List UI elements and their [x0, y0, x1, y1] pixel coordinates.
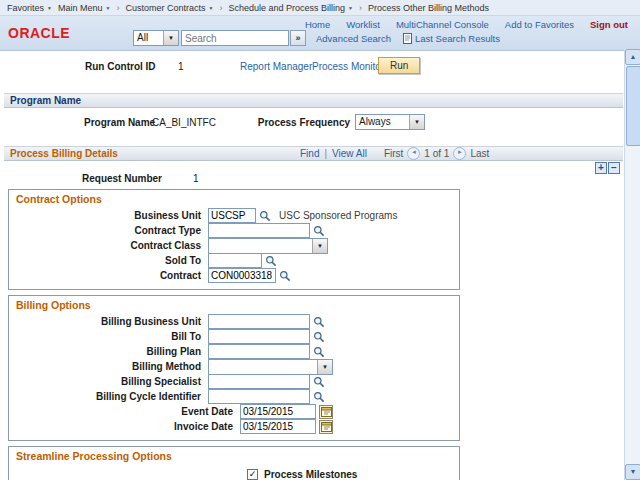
next-page-icon[interactable]: ► [453, 147, 466, 160]
lookup-icon[interactable] [259, 210, 271, 222]
lookup-icon[interactable] [313, 331, 325, 343]
view-all-link[interactable]: View All [332, 148, 367, 159]
form-row: Billing Cycle Identifier [9, 389, 459, 404]
find-link[interactable]: Find [300, 148, 319, 159]
contract-input[interactable] [208, 268, 276, 283]
search-input[interactable] [181, 30, 289, 46]
program-name-section-header: Program Name [4, 93, 623, 108]
business-unit-description: USC Sponsored Programs [279, 210, 397, 221]
breadcrumb-separator-icon: › [219, 3, 222, 13]
breadcrumb-label: Schedule and Process Billing [228, 3, 345, 13]
field-label: Business Unit [9, 210, 208, 221]
lookup-icon[interactable] [279, 270, 291, 282]
field-label: Billing Specialist [9, 376, 208, 387]
chevron-down-icon[interactable]: ▼ [312, 239, 327, 253]
sold-to-input[interactable] [208, 253, 262, 268]
first-label[interactable]: First [384, 148, 403, 159]
breadcrumb-main-menu[interactable]: Main Menu ▼ [58, 3, 110, 13]
nav-worklist-link[interactable]: Worklist [346, 19, 380, 30]
billing-plan-input[interactable] [208, 344, 310, 359]
pagination: First ◄ 1 of 1 ► Last [384, 147, 489, 160]
chevron-down-icon[interactable]: ▼ [409, 115, 424, 129]
breadcrumb-current-page: Process Other Billing Methods [368, 3, 489, 13]
separator: | [324, 148, 327, 159]
lookup-icon[interactable] [313, 316, 325, 328]
billing-method-select[interactable]: ▼ [208, 359, 333, 375]
billing-options-box: Billing Options Billing Business Unit Bi… [8, 295, 460, 441]
process-milestones-checkbox[interactable]: ✓ [247, 469, 258, 480]
form-row: Sold To [9, 253, 459, 268]
business-unit-input[interactable] [208, 208, 256, 223]
report-manager-link[interactable]: Report Manager [240, 61, 312, 72]
form-row: Business Unit USC Sponsored Programs [9, 208, 459, 223]
program-name-label: Program Name [84, 117, 155, 128]
form-row: Contract [9, 268, 459, 283]
program-name-value: CA_BI_INTFC [152, 117, 216, 128]
page-info: 1 of 1 [424, 148, 449, 159]
header-nav: Home Worklist MultiChannel Console Add t… [305, 19, 628, 30]
process-frequency-select[interactable]: Always ▼ [355, 114, 425, 130]
nav-home-link[interactable]: Home [305, 19, 330, 30]
form-row: Billing Method ▼ [9, 359, 459, 374]
bill-to-input[interactable] [208, 329, 310, 344]
breadcrumb-customer-contracts[interactable]: Customer Contracts ▼ [125, 3, 213, 13]
lookup-icon[interactable] [265, 255, 277, 267]
run-button[interactable]: Run [378, 57, 420, 74]
oracle-logo: ORACLE [8, 25, 70, 41]
calendar-icon[interactable] [319, 420, 333, 434]
event-date-input[interactable] [240, 404, 316, 419]
billing-specialist-input[interactable] [208, 374, 310, 389]
invoice-date-input[interactable] [240, 419, 316, 434]
search-scope-select[interactable]: All ▼ [133, 30, 179, 46]
breadcrumb-favorites[interactable]: Favorites ▼ [7, 3, 52, 13]
previous-page-icon[interactable]: ◄ [407, 147, 420, 160]
chevron-down-icon: ▼ [208, 5, 213, 11]
contract-class-value [209, 239, 312, 253]
lookup-icon[interactable] [313, 225, 325, 237]
breadcrumb-schedule-process-billing[interactable]: Schedule and Process Billing ▼ [228, 3, 353, 13]
contract-class-select[interactable]: ▼ [208, 238, 328, 254]
last-search-results-link[interactable]: Last Search Results [415, 33, 500, 44]
process-monitor-link[interactable]: Process Monitor [312, 61, 384, 72]
chevron-down-icon[interactable]: ▼ [317, 360, 332, 374]
lookup-icon[interactable] [313, 346, 325, 358]
nav-add-to-favorites-link[interactable]: Add to Favorites [505, 19, 574, 30]
document-icon [403, 33, 412, 44]
search-go-button[interactable]: » [290, 30, 306, 46]
run-control-id-value: 1 [178, 61, 184, 72]
request-number-value: 1 [193, 173, 199, 184]
chevron-down-icon: ▼ [348, 5, 353, 11]
advanced-search-link[interactable]: Advanced Search [316, 33, 391, 44]
chevron-down-icon[interactable]: ▼ [163, 31, 178, 45]
sign-out-link[interactable]: Sign out [590, 19, 628, 30]
lookup-icon[interactable] [313, 391, 325, 403]
streamline-processing-options-box: Streamline Processing Options ✓ Process … [8, 446, 460, 480]
form-row: Billing Specialist [9, 374, 459, 389]
run-control-row: Run Control ID 1 Report Manager Process … [0, 57, 640, 77]
billing-cycle-identifier-input[interactable] [208, 389, 310, 404]
contract-type-input[interactable] [208, 223, 310, 238]
grid-navigation: Find | View All First ◄ 1 of 1 ► Last [300, 147, 489, 160]
form-row: Contract Class ▼ [9, 238, 459, 253]
field-label: Contract Type [9, 225, 208, 236]
lookup-icon[interactable] [313, 376, 325, 388]
scroll-up-button[interactable]: ▲ [625, 49, 640, 65]
grid-row-controls: + − [0, 161, 640, 173]
breadcrumb-label: Favorites [7, 3, 44, 13]
breadcrumb-label: Main Menu [58, 3, 103, 13]
calendar-icon[interactable] [319, 405, 333, 419]
field-label: Event Date [9, 406, 240, 417]
chevron-down-icon: ▼ [106, 5, 111, 11]
process-frequency-value: Always [356, 115, 409, 129]
scrollbar-thumb[interactable] [626, 66, 640, 146]
form-row: Billing Business Unit [9, 314, 459, 329]
billing-business-unit-input[interactable] [208, 314, 310, 329]
last-label[interactable]: Last [470, 148, 489, 159]
contract-options-title: Contract Options [9, 193, 459, 208]
form-row: Event Date [9, 404, 459, 419]
vertical-scrollbar[interactable]: ▲ ▼ [624, 49, 640, 480]
breadcrumb-label: Customer Contracts [125, 3, 205, 13]
scroll-down-button[interactable]: ▼ [625, 464, 640, 480]
form-row: Bill To [9, 329, 459, 344]
nav-multichannel-console-link[interactable]: MultiChannel Console [396, 19, 489, 30]
